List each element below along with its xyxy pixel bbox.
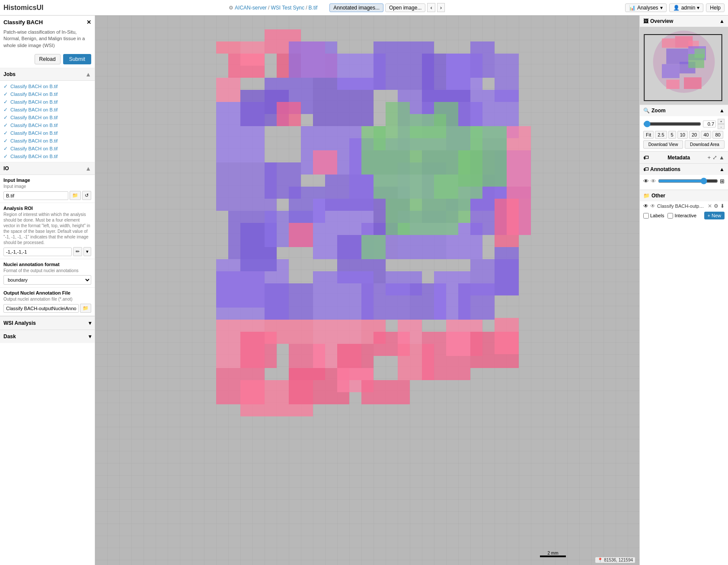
list-item[interactable]: ✓Classify BACH on B.tif bbox=[0, 83, 95, 90]
output-file-field[interactable] bbox=[3, 304, 79, 313]
io-toggle-icon: ▲ bbox=[85, 165, 91, 172]
list-item[interactable]: ✓Classify BACH on B.tif bbox=[0, 106, 95, 114]
reset-field-button[interactable]: ↺ bbox=[82, 191, 91, 200]
zoom-value-input[interactable] bbox=[703, 121, 716, 127]
svg-rect-10 bbox=[289, 41, 337, 78]
scale-bar: 2 mm bbox=[540, 551, 566, 557]
svg-rect-2 bbox=[216, 41, 240, 54]
overview-collapse-icon[interactable]: ▲ bbox=[719, 18, 725, 24]
browse-output-button[interactable]: 📁 bbox=[80, 304, 91, 313]
labels-checkbox[interactable] bbox=[643, 213, 649, 219]
breadcrumb-server[interactable]: AICAN-server bbox=[235, 5, 267, 11]
help-button[interactable]: Help bbox=[706, 3, 725, 12]
layer-download-button[interactable]: ⬇ bbox=[720, 203, 725, 209]
new-annotation-button[interactable]: + New bbox=[704, 212, 725, 219]
anno-eye-closed-icon[interactable]: 👁 bbox=[651, 178, 656, 184]
zoom-collapse-icon[interactable]: ▲ bbox=[719, 108, 725, 114]
classify-btn-row: Reload Submit bbox=[0, 52, 95, 68]
metadata-section: 🏷 Metadata + ⤢ ▲ bbox=[640, 152, 728, 164]
labels-checkbox-group: Labels bbox=[643, 213, 664, 219]
layer-delete-button[interactable]: ✕ bbox=[708, 203, 712, 209]
zoom-up-button[interactable]: + bbox=[718, 119, 725, 124]
roi-options-button[interactable]: ▾ bbox=[83, 247, 91, 256]
open-image-button[interactable]: Open image... bbox=[385, 3, 425, 12]
canvas-area[interactable]: 2 mm 📍 81536, 121594 bbox=[95, 16, 639, 565]
interactive-checkbox-label: Interactive bbox=[674, 213, 696, 218]
metadata-header: 🏷 Metadata + ⤢ ▲ bbox=[640, 152, 728, 163]
check-icon: ✓ bbox=[3, 122, 8, 128]
zoom-preset-5[interactable]: 5 bbox=[668, 131, 676, 139]
io-header[interactable]: IO ▲ bbox=[0, 162, 95, 175]
dask-header[interactable]: Dask ▾ bbox=[0, 330, 95, 343]
breadcrumb-file[interactable]: B.tif bbox=[309, 5, 318, 11]
annotations-opacity-slider[interactable] bbox=[658, 178, 718, 184]
metadata-expand-button[interactable]: ⤢ bbox=[712, 154, 717, 161]
list-item[interactable]: ✓Classify BACH on B.tif bbox=[0, 129, 95, 137]
check-icon: ✓ bbox=[3, 83, 8, 89]
edit-roi-button[interactable]: ✏ bbox=[73, 247, 82, 256]
analyses-button[interactable]: 📊 Analyses ▾ bbox=[625, 3, 667, 12]
anno-grid-icon[interactable]: ⊞ bbox=[720, 178, 725, 184]
prev-image-button[interactable]: ‹ bbox=[427, 3, 435, 12]
browse-file-button[interactable]: 📁 bbox=[70, 191, 81, 200]
user-icon: 👤 bbox=[673, 5, 680, 11]
list-item[interactable]: ✓Classify BACH on B.tif bbox=[0, 98, 95, 106]
overview-thumbnail bbox=[640, 27, 728, 105]
anno-options-row: Labels Interactive + New bbox=[643, 212, 725, 219]
breadcrumb-collection[interactable]: WSI Test Sync bbox=[271, 5, 304, 11]
wsi-analysis-header[interactable]: WSI Analysis ▾ bbox=[0, 316, 95, 330]
layer-eye-icon[interactable]: 👁 bbox=[643, 203, 648, 209]
zoom-preset-80[interactable]: 80 bbox=[712, 131, 723, 139]
zoom-preset-20[interactable]: 20 bbox=[689, 131, 699, 139]
list-item[interactable]: ✓Classify BACH on B.tif bbox=[0, 121, 95, 129]
list-item[interactable]: ✓Classify BACH on B.tif bbox=[0, 137, 95, 145]
plus-icon: + bbox=[708, 213, 710, 218]
jobs-header[interactable]: Jobs ▲ bbox=[0, 68, 95, 81]
metadata-collapse-button[interactable]: ▲ bbox=[719, 154, 725, 161]
input-image-desc: Input image bbox=[3, 184, 91, 189]
zoom-slider[interactable] bbox=[643, 121, 701, 127]
svg-rect-96 bbox=[495, 247, 519, 295]
breadcrumb: ⚙ AICAN-server / WSI Test Sync / B.tif bbox=[229, 5, 317, 11]
list-item[interactable]: ✓Classify BACH on B.tif bbox=[0, 152, 95, 160]
svg-rect-73 bbox=[398, 320, 422, 344]
list-item[interactable]: ✓Classify BACH on B.tif bbox=[0, 145, 95, 152]
zoom-down-button[interactable]: - bbox=[718, 124, 725, 129]
classify-close-button[interactable]: ✕ bbox=[86, 19, 91, 25]
svg-rect-104 bbox=[662, 64, 680, 78]
admin-button[interactable]: 👤 admin ▾ bbox=[669, 3, 704, 12]
zoom-preset-fit[interactable]: Fit bbox=[643, 131, 654, 139]
reload-button[interactable]: Reload bbox=[35, 54, 61, 64]
svg-rect-41 bbox=[470, 41, 495, 78]
submit-button[interactable]: Submit bbox=[63, 54, 91, 64]
interactive-checkbox[interactable] bbox=[667, 213, 673, 219]
zoom-preset-40[interactable]: 40 bbox=[701, 131, 711, 139]
svg-rect-60 bbox=[386, 223, 410, 235]
download-view-button[interactable]: Download View bbox=[643, 140, 683, 149]
annotated-images-button[interactable]: Annotated images... bbox=[329, 3, 383, 12]
metadata-add-button[interactable]: + bbox=[708, 154, 711, 161]
list-item[interactable]: ✓Classify BACH on B.tif bbox=[0, 90, 95, 98]
anno-eye-icon[interactable]: 👁 bbox=[643, 178, 649, 184]
analysis-roi-desc: Region of interest within which the anal… bbox=[3, 212, 91, 245]
analysis-roi-field[interactable] bbox=[3, 248, 72, 256]
annotations-collapse-icon[interactable]: ▲ bbox=[719, 166, 725, 172]
other-section: 📁 Other 👁 👁 Classify BACH-outputNu... ✕ … bbox=[640, 190, 728, 224]
layer-eye2-icon[interactable]: 👁 bbox=[650, 203, 655, 209]
next-image-button[interactable]: › bbox=[437, 3, 445, 12]
input-image-field[interactable] bbox=[3, 191, 68, 200]
list-item[interactable]: ✓Classify BACH on B.tif bbox=[0, 114, 95, 121]
check-icon: ✓ bbox=[3, 99, 8, 105]
navbar-right: 📊 Analyses ▾ 👤 admin ▾ Help bbox=[625, 3, 725, 12]
interactive-checkbox-group: Interactive bbox=[667, 213, 696, 219]
svg-rect-78 bbox=[361, 380, 410, 404]
download-area-button[interactable]: Download Area bbox=[685, 140, 725, 149]
layer-name-label: Classify BACH-outputNu... bbox=[657, 203, 706, 209]
zoom-preset-10[interactable]: 10 bbox=[677, 131, 688, 139]
nuclei-format-select[interactable]: boundary bbox polygon bbox=[3, 275, 91, 285]
layer-settings-button[interactable]: ⚙ bbox=[714, 203, 718, 209]
annotations-section: 🏷 Annotations ▲ 👁 👁 ⊞ bbox=[640, 164, 728, 190]
analysis-roi-group: Analysis ROI Region of interest within w… bbox=[0, 203, 95, 259]
overview-header: 🖼 Overview ▲ bbox=[640, 16, 728, 27]
zoom-preset-2-5[interactable]: 2.5 bbox=[655, 131, 667, 139]
